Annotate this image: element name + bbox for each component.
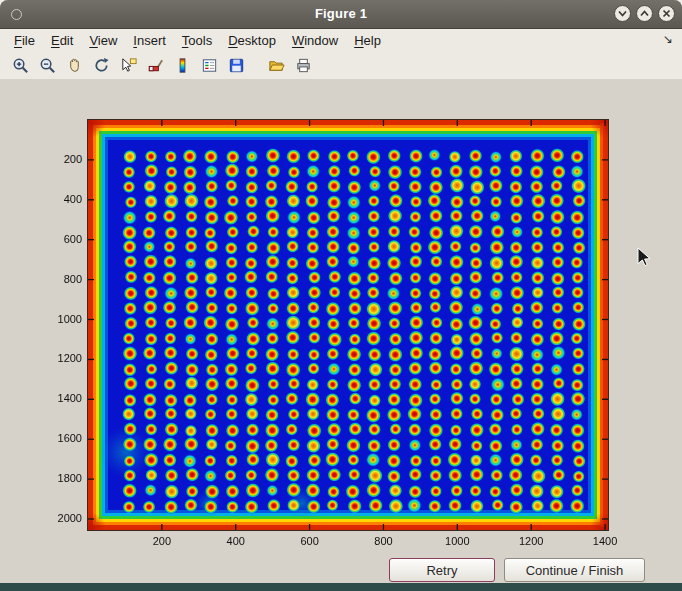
chevron-up-icon bbox=[639, 8, 650, 19]
open-file-button[interactable] bbox=[264, 55, 288, 77]
menu-item-desktop[interactable]: Desktop bbox=[220, 31, 284, 50]
continue-finish-button[interactable]: Continue / Finish bbox=[504, 558, 645, 582]
legend-icon bbox=[200, 56, 219, 75]
data-cursor-button[interactable] bbox=[116, 55, 140, 77]
pan-hand-icon bbox=[65, 56, 84, 75]
x-tick-label: 400 bbox=[214, 535, 258, 547]
zoom-out-button[interactable] bbox=[35, 55, 59, 77]
menu-item-view[interactable]: View bbox=[81, 31, 125, 50]
colorbar-icon bbox=[173, 56, 192, 75]
open-folder-icon bbox=[267, 56, 286, 75]
y-tick-label: 800 bbox=[42, 273, 82, 285]
menu-item-tools[interactable]: Tools bbox=[174, 31, 220, 50]
menu-item-edit[interactable]: Edit bbox=[43, 31, 81, 50]
unshade-window-button[interactable] bbox=[636, 5, 653, 22]
printer-icon bbox=[294, 56, 313, 75]
shade-window-button[interactable] bbox=[614, 5, 631, 22]
pan-button[interactable] bbox=[62, 55, 86, 77]
menu-item-help[interactable]: Help bbox=[346, 31, 389, 50]
x-tick-label: 200 bbox=[140, 535, 184, 547]
menubar-items: FileEditViewInsertToolsDesktopWindowHelp bbox=[6, 31, 389, 50]
close-icon bbox=[661, 8, 672, 19]
menu-item-insert[interactable]: Insert bbox=[125, 31, 174, 50]
y-tick-label: 1800 bbox=[42, 472, 82, 484]
save-floppy-icon bbox=[227, 56, 246, 75]
y-tick-label: 1600 bbox=[42, 432, 82, 444]
axes: 2004006008001000120014001600180020002004… bbox=[88, 120, 608, 530]
menu-dock-arrow[interactable]: ↘ bbox=[663, 32, 673, 46]
y-tick-label: 1200 bbox=[42, 352, 82, 364]
figure-window: Figure 1 FileEditViewInsertToolsDesktopW… bbox=[0, 0, 682, 591]
window-buttons bbox=[614, 5, 675, 22]
brush-icon bbox=[146, 56, 165, 75]
mouse-cursor-icon bbox=[637, 247, 651, 267]
save-figure-button[interactable] bbox=[224, 55, 248, 77]
insert-legend-button[interactable] bbox=[197, 55, 221, 77]
y-tick-label: 1400 bbox=[42, 392, 82, 404]
menu-item-file[interactable]: File bbox=[6, 31, 43, 50]
y-tick-label: 200 bbox=[42, 153, 82, 165]
figure-canvas-area: 2004006008001000120014001600180020002004… bbox=[0, 79, 682, 583]
zoom-in-icon bbox=[11, 56, 30, 75]
figure-toolbar bbox=[0, 52, 682, 80]
zoom-in-button[interactable] bbox=[8, 55, 32, 77]
menubar: FileEditViewInsertToolsDesktopWindowHelp… bbox=[0, 29, 682, 52]
retry-button[interactable]: Retry bbox=[389, 558, 495, 582]
print-figure-button[interactable] bbox=[291, 55, 315, 77]
x-tick-label: 800 bbox=[361, 535, 405, 547]
y-tick-label: 400 bbox=[42, 193, 82, 205]
rotate-3d-button[interactable] bbox=[89, 55, 113, 77]
menu-item-window[interactable]: Window bbox=[284, 31, 346, 50]
y-tick-label: 1000 bbox=[42, 313, 82, 325]
x-tick-label: 600 bbox=[288, 535, 332, 547]
zoom-out-icon bbox=[38, 56, 57, 75]
data-cursor-icon bbox=[119, 56, 138, 75]
brush-button[interactable] bbox=[143, 55, 167, 77]
chevron-down-icon bbox=[617, 8, 628, 19]
rotate-3d-icon bbox=[92, 56, 111, 75]
y-tick-label: 2000 bbox=[42, 512, 82, 524]
window-bottom-edge bbox=[0, 583, 682, 591]
y-tick-label: 600 bbox=[42, 233, 82, 245]
close-button[interactable] bbox=[658, 5, 675, 22]
titlebar[interactable]: Figure 1 bbox=[0, 0, 682, 29]
x-tick-label: 1200 bbox=[509, 535, 553, 547]
window-title: Figure 1 bbox=[0, 6, 682, 21]
heatmap-canvas[interactable] bbox=[88, 120, 608, 530]
x-tick-label: 1400 bbox=[583, 535, 627, 547]
x-tick-label: 1000 bbox=[435, 535, 479, 547]
insert-colorbar-button[interactable] bbox=[170, 55, 194, 77]
